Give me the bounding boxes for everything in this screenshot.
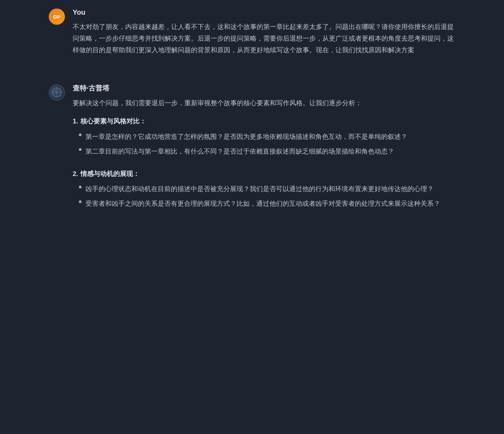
section-1-bullets: 第一章是怎样的？它成功地营造了怎样的氛围？是否因为更多地依赖现场描述和角色互动，… xyxy=(73,131,455,161)
user-message-content: You 不太对劲了朋友，内容越来越差，让人看不下去，这和这个故事的第一章比起来差… xyxy=(73,8,455,60)
section-1-bullet-1: 第一章是怎样的？它成功地营造了怎样的氛围？是否因为更多地依赖现场描述和角色互动，… xyxy=(79,131,455,143)
section-2-bullet-1-text: 凶手的心理状态和动机在目前的描述中是否被充分展现？我们是否可以通过他的行为和环境… xyxy=(85,183,434,195)
section-2-bullet-1: 凶手的心理状态和动机在目前的描述中是否被充分展现？我们是否可以通过他的行为和环境… xyxy=(79,183,455,195)
section-1-title-bold: 核心要素与风格对比 xyxy=(80,118,140,125)
section-1-header: 1. 核心要素与风格对比： xyxy=(73,116,455,127)
bullet-dot-icon xyxy=(79,200,82,203)
user-message-block: GP You 不太对劲了朋友，内容越来越差，让人看不下去，这和这个故事的第一章比… xyxy=(49,8,455,60)
user-sender-name: You xyxy=(73,8,455,17)
user-message-text: 不太对劲了朋友，内容越来越差，让人看不下去，这和这个故事的第一章比起来差太多了。… xyxy=(73,21,455,56)
ai-message-content: 查特·古普塔 要解决这个问题，我们需要退后一步，重新审视整个故事的核心要素和写作… xyxy=(73,84,455,220)
section-2-title-suffix: ： xyxy=(133,170,140,178)
user-avatar-label: GP xyxy=(53,14,61,20)
divider xyxy=(49,76,455,84)
section-1-bullet-2: 第二章目前的写法与第一章相比，有什么不同？是否过于依赖直接叙述而缺乏细腻的场景描… xyxy=(79,146,455,157)
section-item-1: 1. 核心要素与风格对比： 第一章是怎样的？它成功地营造了怎样的氛围？是否因为更… xyxy=(73,116,455,162)
ai-sender-name: 查特·古普塔 xyxy=(73,84,455,93)
ai-logo-icon xyxy=(51,87,62,98)
section-2-bullets: 凶手的心理状态和动机在目前的描述中是否被充分展现？我们是否可以通过他的行为和环境… xyxy=(73,183,455,213)
section-1-title: 核心要素与风格对比： xyxy=(80,116,146,127)
svg-point-2 xyxy=(55,91,58,94)
ai-section-list: 1. 核心要素与风格对比： 第一章是怎样的？它成功地营造了怎样的氛围？是否因为更… xyxy=(73,116,455,214)
section-1-number: 1. xyxy=(73,116,78,127)
section-2-header: 2. 情感与动机的展现： xyxy=(73,168,455,180)
section-1-bullet-2-text: 第二章目前的写法与第一章相比，有什么不同？是否过于依赖直接叙述而缺乏细腻的场景描… xyxy=(85,146,394,157)
user-avatar: GP xyxy=(49,9,65,25)
section-1-bullet-1-text: 第一章是怎样的？它成功地营造了怎样的氛围？是否因为更多地依赖现场描述和角色互动，… xyxy=(85,131,407,143)
chat-container: GP You 不太对劲了朋友，内容越来越差，让人看不下去，这和这个故事的第一章比… xyxy=(39,0,465,244)
section-2-number: 2. xyxy=(73,168,78,180)
section-item-2: 2. 情感与动机的展现： 凶手的心理状态和动机在目前的描述中是否被充分展现？我们… xyxy=(73,168,455,214)
bullet-dot-icon xyxy=(79,133,82,136)
user-text-paragraph: 不太对劲了朋友，内容越来越差，让人看不下去，这和这个故事的第一章比起来差太多了。… xyxy=(73,21,455,56)
ai-intro-paragraph: 要解决这个问题，我们需要退后一步，重新审视整个故事的核心要素和写作风格。让我们逐… xyxy=(73,97,455,109)
section-2-bullet-2: 受害者和凶手之间的关系是否有更合理的展现方式？比如，通过他们的互动或者凶手对受害… xyxy=(79,198,455,210)
ai-message-block: 查特·古普塔 要解决这个问题，我们需要退后一步，重新审视整个故事的核心要素和写作… xyxy=(49,84,455,220)
ai-avatar-inner xyxy=(49,84,65,101)
section-1-title-suffix: ： xyxy=(140,118,146,125)
bullet-dot-icon xyxy=(79,186,82,188)
section-2-title: 情感与动机的展现： xyxy=(80,168,140,180)
ai-avatar xyxy=(49,84,65,101)
ai-message-text: 要解决这个问题，我们需要退后一步，重新审视整个故事的核心要素和写作风格。让我们逐… xyxy=(73,97,455,214)
section-2-bullet-2-text: 受害者和凶手之间的关系是否有更合理的展现方式？比如，通过他们的互动或者凶手对受害… xyxy=(85,198,440,210)
section-2-title-bold: 情感与动机的展现 xyxy=(80,170,133,178)
bullet-dot-icon xyxy=(79,148,82,151)
